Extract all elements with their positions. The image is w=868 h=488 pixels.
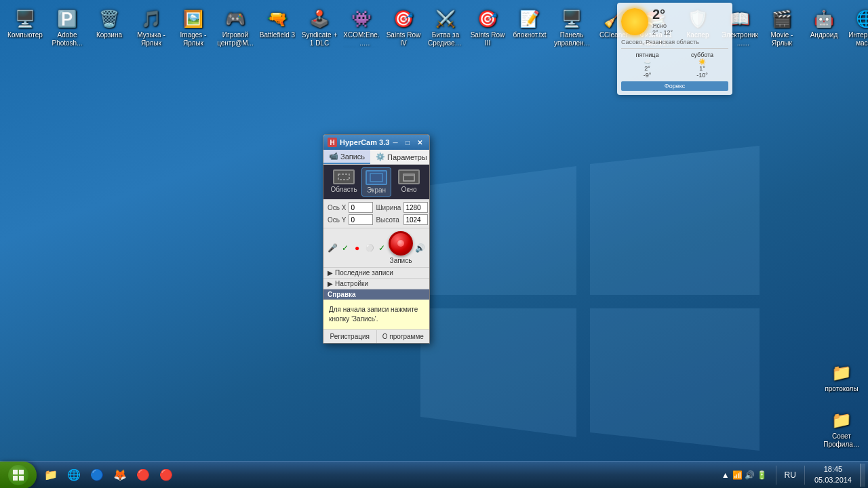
axis-y-input[interactable] [349,214,373,225]
desktop-icon-sredizem[interactable]: ⚔️ Битва за Средизем... [426,5,465,50]
desktop-icon-gaming[interactable]: 🎮 Игровой центр@М... [216,5,255,50]
desktop-icon-syndicate[interactable]: 🕹️ Syndicate + 1 DLC [300,5,339,50]
desktop: 🖥️ Компьютер 🅿️ Adobe Photosh... 🗑️ Корз… [0,0,868,488]
tray-separator [776,466,776,485]
settings-label: Настройки [335,280,368,287]
desktop-icon-protokoly[interactable]: 📁 протоколы [822,359,861,404]
desktop-icon-photoshop[interactable]: 🅿️ Adobe Photosh... [47,5,87,50]
right-desktop-icons: 📁 протоколы 📁 Совет Профилак... [822,359,861,451]
svg-rect-3 [403,174,414,176]
windows-logo-bg [420,146,760,451]
hypercam-app-icon: H [328,138,337,147]
settings-header[interactable]: ▶ Настройки [323,279,429,289]
registration-button[interactable]: Регистрация [323,330,377,343]
desktop-icon-saintsrow4[interactable]: 🎯 Saints Row IV [384,5,423,50]
window-bottom-bar: Регистрация О программе [323,329,429,343]
capture-params: Ось X Ширина Ось Y Высота [323,199,429,228]
about-button[interactable]: О программе [377,330,430,343]
minimize-button[interactable]: ─ [390,138,401,147]
desktop-icon-computer[interactable]: 🖥️ Компьютер [5,5,45,50]
desktop-icon-xcom[interactable]: 👾 XCOM:Ene... Unknown:v... [342,5,381,50]
taskbar-explorer-button[interactable]: 📁 [39,464,62,487]
desktop-icon-android[interactable]: 🤖 Андроид [804,5,844,50]
last-records-label: Последние записи [335,269,393,277]
desktop-icon-recycle[interactable]: 🗑️ Корзина [90,5,129,50]
systray-power-icon[interactable]: 🔋 [757,470,768,481]
taskbar-hypercam-button[interactable]: 🔴 [155,464,178,487]
chevron-right-icon: ▶ [328,269,333,277]
weather-sun-icon [621,8,648,35]
mode-area-icon [333,169,355,184]
language-button[interactable]: RU [781,464,800,487]
weather-forecast: пятница ☁️ 2° -9° суббота ☀️ 1° -10° [621,48,728,79]
window-titlebar[interactable]: H HyperCam 3.3 ─ □ ✕ [323,135,429,150]
desktop-icon-images[interactable]: 🖼️ Images - Ярлык [174,5,213,50]
last-records-header[interactable]: ▶ Последние записи [323,268,429,278]
mode-window-icon [398,169,420,184]
mode-window-button[interactable]: Окно [394,167,424,197]
opera-icon: 🔴 [136,468,150,482]
axis-x-label: Ось X [328,204,346,211]
taskbar-opera-button[interactable]: 🔴 [132,464,155,487]
weather-forecast-button[interactable]: Форекс [621,81,728,91]
systray-volume-icon[interactable]: 🔊 [745,470,755,481]
axis-y-label: Ось Y [328,216,346,224]
desktop-icon-music[interactable]: 🎵 Музыка - Ярлык [132,5,171,50]
svg-rect-1 [370,174,382,182]
width-input[interactable] [403,202,428,213]
desktop-icon-saintsrow3[interactable]: 🎯 Saints Row III [468,5,507,50]
mic-dot-icon: ● [352,243,362,253]
taskbar-ie-button[interactable]: 🌐 [62,464,85,487]
weather-condition: Ясно [652,22,673,29]
menu-params[interactable]: ⚙️ Параметры [370,150,433,164]
settings-section: ▶ Настройки [323,278,429,289]
desktop-icon-internet[interactable]: 🌐 Интернет в массы [846,5,868,50]
explorer-icon: 📁 [44,468,58,482]
controls-row: 🎤 ✓ ● ⚪ ✓ Запись 🔊 [323,228,429,267]
weather-widget[interactable]: 2° Ясно 2° - 12° Сасово, Рязанская облас… [617,3,732,95]
record-button-wrap: Запись [389,231,413,264]
clock-area[interactable]: 18:45 05.03.2014 [809,464,857,485]
forecast-day1: пятница ☁️ 2° -9° [621,52,673,79]
window-menu-bar: 📹 Запись ⚙️ Параметры [323,150,429,165]
show-desktop-button[interactable] [860,464,865,487]
close-button[interactable]: ✕ [414,138,425,147]
hypercam-taskbar-icon: 🔴 [159,468,173,482]
hypercam-window: H HyperCam 3.3 ─ □ ✕ 📹 Запись ⚙️ Парамет… [323,134,430,344]
taskbar: 📁 🌐 🔵 🦊 🔴 🔴 ▲ 📶 🔊 🔋 RU [0,461,868,488]
desktop-icon-panel[interactable]: 🖥️ Панель управлени... [552,5,591,50]
desktop-icon-bloknot[interactable]: 📝 блокнот.txt [510,5,549,50]
mode-window-label: Окно [401,186,416,193]
mode-area-button[interactable]: Область [329,167,359,197]
height-input[interactable] [403,214,428,225]
start-button[interactable] [0,462,37,489]
mode-area-label: Область [330,186,357,193]
yandex-icon: 🦊 [113,468,127,482]
capture-mode-selector: Область Экран Окно [323,165,429,199]
params-icon: ⚙️ [376,152,385,161]
camera-icon: ⚪ [364,243,374,253]
desktop-icon-battlefield[interactable]: 🔫 Battlefield 3 [258,5,297,50]
menu-params-label: Параметры [387,153,427,161]
systray-network-icon[interactable]: 📶 [732,470,743,481]
desktop-icon-grid: 🖥️ Компьютер 🅿️ Adobe Photosh... 🗑️ Корз… [0,0,868,461]
height-label: Высота [376,216,401,224]
taskbar-yandex-button[interactable]: 🦊 [108,464,132,487]
desktop-icon-movie[interactable]: 🎬 Movie - Ярлык [762,5,802,50]
desktop-icon-sovet[interactable]: 📁 Совет Профилак... [822,407,861,451]
help-header: Справка [323,289,429,300]
menu-record[interactable]: 📹 Запись [323,150,370,164]
systray-arrow-icon[interactable]: ▲ [720,470,731,481]
record-button[interactable] [389,231,413,256]
maximize-button[interactable]: □ [402,138,413,147]
svg-rect-6 [13,476,18,481]
mode-screen-button[interactable]: Экран [361,167,391,197]
help-text-content: Для начала записи нажмите кнопку 'Запись… [323,300,429,329]
taskbar-chrome-button[interactable]: 🔵 [85,464,108,487]
volume-icon: 🔊 [415,243,425,253]
mic-icon: 🎤 [328,243,338,253]
clock-date: 05.03.2014 [814,475,852,485]
clock-time: 18:45 [814,464,852,474]
axis-x-input[interactable] [349,202,373,213]
ie-icon: 🌐 [67,468,81,482]
